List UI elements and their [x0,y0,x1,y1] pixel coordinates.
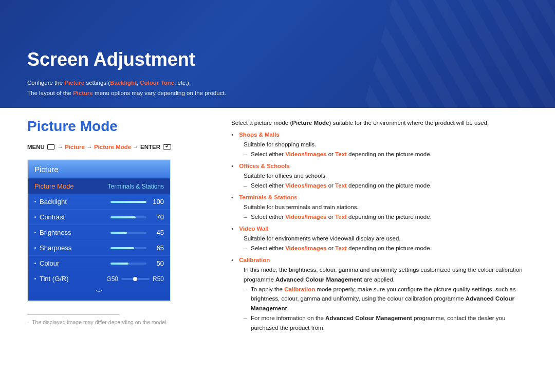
right-column: Select a picture mode (Picture Mode) sui… [231,118,529,333]
arrow-icon: → [86,144,92,150]
text: Configure the [27,80,64,86]
text: or [326,182,335,189]
intro-text: Select a picture mode (Picture Mode) sui… [231,118,529,128]
mode-item: • Offices & SchoolsSuitable for offices … [231,161,529,191]
osd-mode-value: Terminals & Stations [108,183,164,190]
osd-panel: Picture Picture Mode Terminals & Station… [27,159,171,302]
osd-tint-slider[interactable] [121,278,150,280]
slider-fill [110,216,136,218]
breadcrumb-step: Picture Mode [94,144,131,150]
osd-slider-row[interactable]: Colour50 [28,255,170,271]
text: depending on the picture mode. [347,214,432,220]
arrow-icon: → [133,144,139,150]
osd-item-label: Contrast [40,213,65,221]
mode-desc: Suitable for bus terminals and train sta… [244,202,529,212]
text: Select either [251,245,285,251]
text: menu options may vary depending on the p… [93,90,226,96]
bullet-icon [34,201,36,202]
mode-name: Calibration [239,257,270,263]
bullet-icon [34,278,36,279]
text: or [326,214,335,220]
mode-name: Shops & Malls [239,132,280,138]
mode-name: Offices & Schools [239,163,289,169]
text: or [326,151,335,157]
menu-icon [47,144,54,150]
bullet-icon [34,247,36,249]
breadcrumb-menu: MENU [27,144,45,150]
osd-slider-row[interactable]: Sharpness65 [28,240,170,255]
mode-name: Video Wall [239,226,269,232]
text: Text [335,151,347,157]
text: ) suitable for the environment where the… [329,120,489,126]
osd-slider-row[interactable]: Backlight100 [28,194,170,209]
text: Picture [73,90,93,96]
bullet-icon [34,216,36,218]
osd-tint-row[interactable]: Tint (G/R) G50 R50 [28,271,170,286]
text: Picture Mode [292,120,329,126]
slider-fill [110,232,127,234]
osd-item-label: Backlight [40,198,67,206]
mode-name: Terminals & Stations [239,194,298,200]
slider-fill [110,247,134,249]
text: Videos/Images [285,182,326,189]
osd-item-label: Colour [40,259,59,267]
text: or [326,245,335,251]
osd-slider[interactable] [110,247,146,249]
enter-icon [163,144,171,150]
slider-thumb-icon [133,277,137,281]
bullet-icon: • [231,193,237,202]
sub-item: Select either Videos/Images or Text depe… [251,212,529,222]
sub-item: For more information on the Advanced Col… [251,313,529,333]
text: Picture [64,80,84,86]
chevron-down-icon[interactable]: ﹀ [28,286,170,301]
text: Colour Tone [140,80,174,86]
mode-item: • Video WallSuitable for environments wh… [231,224,529,253]
text: Text [335,182,347,189]
osd-slider[interactable] [110,201,146,203]
text: settings ( [84,80,110,86]
osd-item-value: 50 [150,259,164,267]
text: depending on the picture mode. [347,151,432,157]
mode-item: • Terminals & StationsSuitable for bus t… [231,193,529,222]
bullet-icon [34,232,36,233]
osd-item-value: 65 [150,244,164,252]
bullet-icon [34,263,36,264]
text: The layout of the [27,90,73,96]
text: Select a picture mode ( [231,120,292,126]
bullet-icon: • [231,161,237,171]
text: - [27,319,29,325]
osd-slider[interactable] [110,216,146,218]
mode-item: • Shops & MallsSuitable for shopping mal… [231,130,529,159]
osd-item-label: Brightness [40,229,71,236]
text: Videos/Images [285,151,326,157]
text: The displayed image may differ depending… [32,319,168,325]
bullet-icon: • [231,255,237,265]
slider-fill [110,263,128,265]
arrow-icon: → [57,144,63,150]
sub-item: Select either Videos/Images or Text depe… [251,244,529,253]
text: Text [335,214,347,220]
mode-desc: Suitable for environments where videowal… [244,234,529,244]
text: Backlight [110,80,137,86]
osd-item-value: 100 [150,198,164,206]
osd-slider[interactable] [110,232,146,234]
osd-tint-r: R50 [153,275,164,283]
osd-tint-g: G50 [106,275,118,283]
breadcrumb-step: Picture [65,144,85,150]
osd-item-label: Sharpness [40,244,71,252]
text: depending on the picture mode. [347,245,432,251]
page-title: Screen Adjustment [27,49,195,70]
mode-item-calibration: • CalibrationIn this mode, the brightnes… [231,255,529,333]
mode-desc: Suitable for shopping malls. [244,140,529,150]
osd-item-value: 45 [150,229,164,236]
osd-title: Picture [28,160,170,178]
text: depending on the picture mode. [347,182,432,189]
osd-slider-row[interactable]: Brightness45 [28,225,170,240]
bullet-icon: • [231,130,237,140]
osd-slider[interactable] [110,263,146,265]
text: Select either [251,182,285,189]
osd-item-value: 70 [150,213,164,221]
osd-slider-row[interactable]: Contrast70 [28,209,170,225]
text: Select either [251,214,285,220]
osd-picture-mode-row[interactable]: Picture Mode Terminals & Stations [28,178,170,194]
